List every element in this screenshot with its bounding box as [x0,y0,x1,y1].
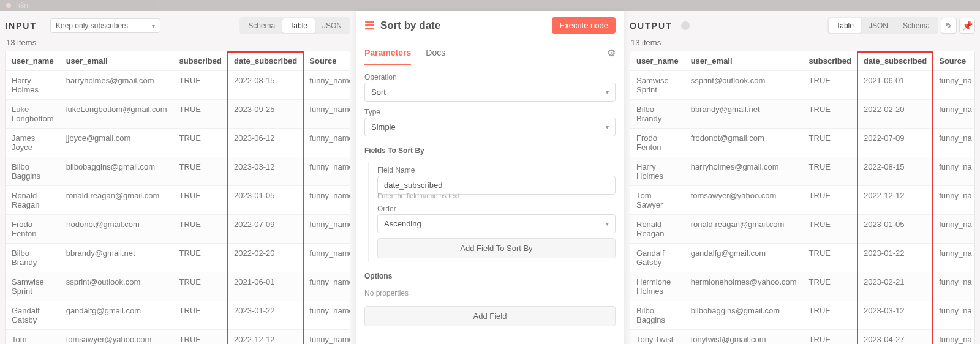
table-row[interactable]: Bilbo Brandybbrandy@gmail.netTRUE2022-02… [6,244,350,272]
cell: funny_name [303,244,350,272]
cell: bilbobaggins@gmail.com [60,157,173,186]
col-header-user_email[interactable]: user_email [685,51,803,71]
cell: ronald.reagan@gmail.com [685,215,803,244]
input-view-toggle[interactable]: SchemaTableJSON [239,17,350,34]
col-header-user_name[interactable]: user_name [6,51,60,71]
output-table: user_nameuser_emailsubscribeddate_subscr… [630,51,975,344]
col-header-subscribed[interactable]: subscribed [173,51,228,71]
table-row[interactable]: Tom Sawyertomsawyer@yahoo.comTRUE2022-12… [630,186,975,215]
tab-parameters[interactable]: Parameters [364,40,411,65]
tab-docs[interactable]: Docs [426,40,445,65]
table-row[interactable]: Ronald Reaganronald.reagan@gmail.comTRUE… [630,215,975,244]
cell: tomsawyer@yahoo.com [60,330,173,345]
cell: TRUE [803,301,858,330]
table-row[interactable]: Gandalf Gatsbygandalfg@gmail.comTRUE2023… [630,244,975,272]
cell: Tom Sawyer [630,186,685,215]
add-option-field-button[interactable]: Add Field [364,306,616,326]
cell: tonytwist@gmail.com [685,330,803,345]
col-header-user_email[interactable]: user_email [60,51,173,71]
cell: Harry Holmes [6,71,60,100]
info-icon[interactable] [681,21,690,30]
cell: 2023-01-22 [858,244,933,272]
view-toggle-schema[interactable]: Schema [895,18,937,33]
table-row[interactable]: Harry Holmesharryholmes@gmail.comTRUE202… [630,157,975,186]
table-row[interactable]: Frodo Fentonfrodonot@gmail.comTRUE2022-0… [630,129,975,157]
table-row[interactable]: Bilbo Brandybbrandy@gmail.netTRUE2022-02… [630,100,975,129]
col-header-Source[interactable]: Source [303,51,350,71]
view-toggle-json[interactable]: JSON [861,18,895,33]
app-brand-dot-icon [6,3,11,8]
cell: funny_name [303,330,350,345]
table-row[interactable]: Samwise Sprintssprint@outlook.comTRUE202… [630,71,975,100]
cell: TRUE [173,330,228,345]
view-toggle-table[interactable]: Table [829,18,861,33]
field-name-text[interactable] [384,181,609,190]
table-row[interactable]: Tony Twisttonytwist@gmail.comTRUE2023-04… [630,330,975,345]
cell: Luke Longbottom [6,100,60,129]
cell: TRUE [173,272,228,301]
col-header-subscribed[interactable]: subscribed [803,51,858,71]
cell: 2023-03-12 [858,301,933,330]
edit-icon[interactable]: ✎ [941,18,957,34]
cell: funny_name [303,215,350,244]
cell: 2022-08-15 [858,157,933,186]
col-header-user_name[interactable]: user_name [630,51,685,71]
table-row[interactable]: Samwise Sprintssprint@outlook.comTRUE202… [6,272,350,301]
output-panel: OUTPUT TableJSONSchema ✎ 📌 13 items user… [625,11,980,344]
view-toggle-json[interactable]: JSON [315,18,349,33]
table-row[interactable]: Bilbo Bagginsbilbobaggins@gmail.comTRUE2… [630,301,975,330]
view-toggle-schema[interactable]: Schema [241,18,282,33]
cell: funny_na [933,100,975,129]
cell: Samwise Sprint [6,272,60,301]
cell: TRUE [803,129,858,157]
cell: Samwise Sprint [630,71,685,100]
table-row[interactable]: Tom Sawyertomsawyer@yahoo.comTRUE2022-12… [6,330,350,345]
cell: Frodo Fenton [630,129,685,157]
table-row[interactable]: James Joycejjoyce@gmail.comTRUE2023-06-1… [6,129,350,157]
fields-to-sort-label: Fields To Sort By [364,146,616,155]
cell: James Joyce [6,129,60,157]
input-source-selector[interactable]: Keep only subscribers ▾ [50,18,160,33]
cell: Bilbo Baggins [630,301,685,330]
cell: 2023-02-21 [858,272,933,301]
table-row[interactable]: Bilbo Bagginsbilbobaggins@gmail.comTRUE2… [6,157,350,186]
cell: funny_na [933,330,975,345]
field-name-hint: Enter the field name as text [377,192,616,200]
cell: TRUE [803,244,858,272]
cell: Bilbo Baggins [6,157,60,186]
cell: funny_na [933,186,975,215]
table-row[interactable]: Gandalf Gatsbygandalfg@gmail.comTRUE2023… [6,301,350,330]
view-toggle-table[interactable]: Table [282,18,315,33]
cell: 2023-03-12 [228,157,303,186]
table-row[interactable]: Frodo Fentonfrodonot@gmail.comTRUE2022-0… [6,215,350,244]
cell: gandalfg@gmail.com [685,244,803,272]
table-row[interactable]: Luke LongbottomlukeLongbottom@gmail.comT… [6,100,350,129]
table-row[interactable]: Harry Holmesharryholmes@gmail.comTRUE202… [6,71,350,100]
output-view-toggle[interactable]: TableJSONSchema [827,17,938,34]
gear-icon[interactable]: ⚙ [607,47,616,59]
options-heading: Options [364,272,616,280]
col-header-Source[interactable]: Source [933,51,975,71]
cell: bbrandy@gmail.net [60,244,173,272]
cell: 2021-06-01 [858,71,933,100]
pin-icon[interactable]: 📌 [959,18,975,34]
type-select[interactable]: Simple ▾ [364,118,616,136]
cell: lukeLongbottom@gmail.com [60,100,173,129]
cell: funny_name [303,100,350,129]
add-field-to-sort-button[interactable]: Add Field To Sort By [377,238,616,258]
col-header-date_subscribed[interactable]: date_subscribed [228,51,303,71]
cell: TRUE [803,157,858,186]
cell: harryholmes@gmail.com [685,157,803,186]
cell: bbrandy@gmail.net [685,100,803,129]
table-row[interactable]: Ronald Reaganronald.reagan@gmail.comTRUE… [6,186,350,215]
table-row[interactable]: Hermione Holmeshermioneholmes@yahoo.comT… [630,272,975,301]
execute-node-button[interactable]: Execute node [552,17,616,34]
node-title: Sort by date [380,20,440,32]
operation-select[interactable]: Sort ▾ [364,83,616,102]
cell: TRUE [803,100,858,129]
input-count: 13 items [6,38,350,47]
col-header-date_subscribed[interactable]: date_subscribed [858,51,933,71]
cell: TRUE [803,272,858,301]
cell: TRUE [173,186,228,215]
order-select[interactable]: Ascending ▾ [377,214,616,233]
